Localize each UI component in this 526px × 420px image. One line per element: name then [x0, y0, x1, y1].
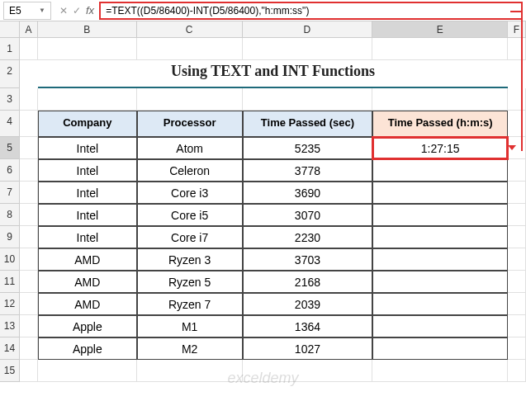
cell[interactable] — [508, 38, 526, 60]
cell-time-hms[interactable] — [372, 337, 508, 360]
cell[interactable] — [20, 111, 38, 137]
cell-time-sec[interactable]: 2039 — [243, 293, 373, 315]
cell[interactable] — [508, 337, 526, 360]
cell[interactable] — [508, 111, 526, 137]
cell-processor[interactable]: Ryzen 5 — [137, 271, 243, 293]
cell-processor[interactable]: M2 — [137, 337, 243, 360]
th-time-sec[interactable]: Time Passed (sec) — [243, 111, 373, 137]
row-header[interactable]: 14 — [0, 337, 20, 360]
cell[interactable] — [20, 293, 38, 315]
cell-time-hms[interactable] — [372, 159, 508, 182]
cell[interactable] — [508, 226, 526, 248]
cell[interactable] — [243, 38, 373, 60]
cell[interactable] — [20, 315, 38, 337]
cell-time-sec[interactable]: 3690 — [243, 182, 373, 204]
cell-time-hms[interactable] — [372, 293, 508, 315]
cell-time-sec[interactable]: 2230 — [243, 226, 373, 248]
cell[interactable] — [20, 337, 38, 360]
cell[interactable] — [20, 182, 38, 204]
cell[interactable] — [137, 38, 243, 60]
row-header[interactable]: 13 — [0, 315, 20, 337]
row-header[interactable]: 3 — [0, 88, 20, 111]
cell[interactable] — [243, 88, 373, 111]
row-header[interactable]: 4 — [0, 111, 20, 137]
cell[interactable] — [20, 248, 38, 271]
cell[interactable] — [20, 226, 38, 248]
cell[interactable] — [137, 88, 243, 111]
cell-company[interactable]: Apple — [38, 337, 137, 360]
row-header[interactable]: 11 — [0, 271, 20, 293]
cell-company[interactable]: Apple — [38, 315, 137, 337]
cell-time-sec[interactable]: 1364 — [243, 315, 373, 337]
cell-time-sec[interactable]: 2168 — [243, 271, 373, 293]
cell[interactable] — [137, 360, 243, 382]
cell-time-sec[interactable]: 1027 — [243, 337, 373, 360]
cell[interactable] — [508, 360, 526, 382]
cell-company[interactable]: Intel — [38, 204, 137, 226]
cell-processor[interactable]: Atom — [137, 137, 243, 159]
row-header[interactable]: 7 — [0, 182, 20, 204]
select-all-corner[interactable] — [0, 21, 20, 37]
row-header[interactable]: 12 — [0, 293, 20, 315]
cell[interactable] — [508, 204, 526, 226]
cell-processor[interactable]: Core i7 — [137, 226, 243, 248]
row-header[interactable]: 9 — [0, 226, 20, 248]
cell-processor[interactable]: Core i3 — [137, 182, 243, 204]
cell-time-sec[interactable]: 5235 — [243, 137, 373, 159]
cell-processor[interactable]: Ryzen 3 — [137, 248, 243, 271]
cell-time-hms[interactable] — [372, 271, 508, 293]
cell[interactable] — [372, 88, 508, 111]
cell[interactable] — [508, 182, 526, 204]
col-header-C[interactable]: C — [137, 21, 243, 37]
page-title[interactable]: Using TEXT and INT Functions — [38, 60, 508, 88]
cell[interactable] — [20, 60, 38, 88]
cell[interactable] — [20, 38, 38, 60]
th-processor[interactable]: Processor — [137, 111, 243, 137]
cell-company[interactable]: Intel — [38, 226, 137, 248]
cell-time-sec[interactable]: 3778 — [243, 159, 373, 182]
cell-company[interactable]: AMD — [38, 293, 137, 315]
cell-company[interactable]: AMD — [38, 248, 137, 271]
cell-time-hms[interactable] — [372, 248, 508, 271]
fx-icon[interactable]: fx — [86, 4, 94, 17]
row-header[interactable]: 15 — [0, 360, 20, 382]
col-header-E[interactable]: E — [372, 21, 508, 37]
cell-time-hms[interactable] — [372, 226, 508, 248]
cell-time-hms[interactable] — [372, 204, 508, 226]
cell[interactable] — [508, 293, 526, 315]
cell[interactable] — [508, 60, 526, 88]
cell-processor[interactable]: M1 — [137, 315, 243, 337]
cell[interactable] — [20, 137, 38, 159]
cell[interactable] — [38, 38, 137, 60]
cell[interactable] — [20, 88, 38, 111]
cell-processor[interactable]: Celeron — [137, 159, 243, 182]
cell[interactable] — [20, 360, 38, 382]
row-header[interactable]: 10 — [0, 248, 20, 271]
col-header-D[interactable]: D — [243, 21, 373, 37]
cell[interactable] — [372, 38, 508, 60]
cancel-icon[interactable]: ✕ — [59, 5, 68, 17]
cell[interactable] — [508, 248, 526, 271]
row-header[interactable]: 2 — [0, 60, 20, 88]
check-icon[interactable]: ✓ — [73, 5, 81, 17]
cell[interactable] — [243, 360, 373, 382]
cell[interactable] — [20, 159, 38, 182]
row-header[interactable]: 8 — [0, 204, 20, 226]
name-box[interactable]: E5 ▼ — [3, 2, 51, 20]
cell-time-sec[interactable]: 3070 — [243, 204, 373, 226]
cell[interactable] — [20, 271, 38, 293]
th-time-hms[interactable]: Time Passed (h:m:s) — [372, 111, 508, 137]
cell[interactable] — [38, 360, 137, 382]
cell-company[interactable]: Intel — [38, 159, 137, 182]
cell-time-sec[interactable]: 3703 — [243, 248, 373, 271]
chevron-down-icon[interactable]: ▼ — [39, 7, 45, 14]
cell-company[interactable]: Intel — [38, 182, 137, 204]
th-company[interactable]: Company — [38, 111, 137, 137]
row-header[interactable]: 6 — [0, 159, 20, 182]
cell-processor[interactable]: Core i5 — [137, 204, 243, 226]
col-header-B[interactable]: B — [38, 21, 137, 37]
cell[interactable] — [508, 271, 526, 293]
cell[interactable] — [372, 360, 508, 382]
cell[interactable] — [508, 315, 526, 337]
col-header-A[interactable]: A — [20, 21, 38, 37]
